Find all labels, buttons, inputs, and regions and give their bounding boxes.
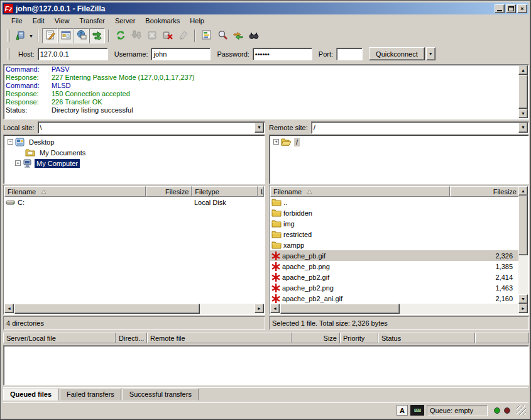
port-label: Port: xyxy=(319,50,333,58)
expand-icon[interactable]: + xyxy=(273,139,279,145)
disconnect-button[interactable] xyxy=(160,28,175,43)
file-row[interactable]: forbidden xyxy=(270,207,518,218)
scroll-left-icon[interactable]: ◄ xyxy=(4,304,14,313)
reconnect-button[interactable] xyxy=(175,28,191,43)
file-row[interactable]: apache_pb2.png 1,463 xyxy=(270,282,518,293)
tree-item-my-computer[interactable]: + My Computer xyxy=(4,158,265,169)
collapse-icon[interactable]: − xyxy=(8,139,13,145)
toggle-local-tree-button[interactable] xyxy=(58,28,74,43)
remote-site-combo[interactable]: / ▼ xyxy=(311,121,529,134)
column-header-priority[interactable]: Priority xyxy=(340,333,378,343)
remote-hscrollbar-thumb[interactable] xyxy=(280,304,400,314)
menu-file[interactable]: File xyxy=(6,16,28,26)
remote-horizontal-scrollbar[interactable]: ◄ ► xyxy=(270,304,528,314)
synchronized-browsing-button[interactable] xyxy=(230,28,246,43)
file-row[interactable]: restricted xyxy=(270,229,518,240)
filter-button[interactable] xyxy=(199,28,214,43)
tree-item-desktop[interactable]: − Desktop xyxy=(4,136,265,147)
tab-failed-transfers[interactable]: Failed transfers xyxy=(60,389,121,401)
local-site-combo-dropdown[interactable]: ▼ xyxy=(255,123,264,133)
scroll-down-icon[interactable]: ▼ xyxy=(518,109,528,118)
menu-server[interactable]: Server xyxy=(110,16,140,26)
tree-item-root[interactable]: + / xyxy=(270,136,528,147)
password-input[interactable] xyxy=(253,48,312,60)
tab-successful-transfers[interactable]: Successful transfers xyxy=(123,389,199,401)
queue-list[interactable] xyxy=(3,345,529,385)
log-scrollbar-thumb[interactable] xyxy=(518,75,528,109)
menu-view[interactable]: View xyxy=(50,16,75,26)
host-label: Host: xyxy=(18,50,35,58)
resize-grip[interactable] xyxy=(517,406,526,415)
toggle-transfer-queue-button[interactable] xyxy=(89,28,105,43)
scroll-up-icon[interactable]: ▲ xyxy=(518,65,528,75)
refresh-button[interactable] xyxy=(112,28,128,43)
local-site-combo[interactable]: \ ▼ xyxy=(38,121,265,134)
column-header-lastmodified[interactable]: L xyxy=(258,186,264,197)
column-header-remote-file[interactable]: Remote file xyxy=(147,333,292,343)
window-title: john@127.0.0.1 - FileZilla xyxy=(16,4,495,13)
file-row[interactable]: img xyxy=(270,218,518,229)
cancel-button[interactable] xyxy=(144,28,160,43)
data-type-indicator-icon[interactable]: A xyxy=(397,405,408,416)
column-header-filesize[interactable]: Filesize xyxy=(450,186,520,197)
tab-queued-files[interactable]: Queued files xyxy=(3,389,58,401)
scroll-left-icon[interactable]: ◄ xyxy=(270,304,280,313)
file-row[interactable]: apache_pb.png 1,385 xyxy=(270,261,518,272)
log-line-text: 226 Transfer OK xyxy=(52,98,102,106)
close-button[interactable]: × xyxy=(517,4,527,13)
column-header-direction[interactable]: Directi... xyxy=(116,333,147,343)
log-scrollbar[interactable]: ▲ ▼ xyxy=(518,65,528,118)
file-row[interactable]: apache_pb2_ani.gif 2,160 xyxy=(270,293,518,304)
maximize-button[interactable] xyxy=(506,4,516,13)
expand-icon[interactable]: + xyxy=(15,160,21,166)
column-header-filetype[interactable]: Filetype xyxy=(192,186,258,197)
directory-comparison-button[interactable] xyxy=(214,28,230,43)
quickconnect-dropdown[interactable]: ▼ xyxy=(426,47,435,60)
menu-edit[interactable]: Edit xyxy=(28,16,50,26)
menu-help[interactable]: Help xyxy=(185,16,209,26)
file-row[interactable]: xampp xyxy=(270,240,518,250)
scroll-up-icon[interactable]: ▲ xyxy=(518,186,528,196)
process-queue-button[interactable] xyxy=(128,28,144,43)
scroll-right-icon[interactable]: ► xyxy=(518,304,528,313)
toggle-message-log-button[interactable] xyxy=(42,28,58,43)
speed-limit-icon[interactable]: 888 xyxy=(410,405,424,416)
file-row-local-disk[interactable]: C: Local Disk xyxy=(4,197,264,207)
file-row[interactable]: apache_pb2.gif 2,414 xyxy=(270,272,518,282)
file-row[interactable]: .. xyxy=(270,197,518,207)
local-horizontal-scrollbar[interactable]: ◄ ► xyxy=(4,304,264,314)
column-header-server-local-file[interactable]: Server/Local file xyxy=(3,333,116,343)
remote-site-combo-dropdown[interactable]: ▼ xyxy=(518,123,528,133)
synchronized-browsing-icon xyxy=(233,30,244,42)
username-input[interactable] xyxy=(151,48,211,60)
tree-item-my-documents[interactable]: My Documents xyxy=(4,147,265,158)
scroll-right-icon[interactable]: ► xyxy=(255,304,264,313)
toggle-remote-tree-button[interactable] xyxy=(74,28,89,43)
quickconnect-button[interactable]: Quickconnect xyxy=(369,47,425,60)
site-manager-dropdown[interactable]: ▼ xyxy=(28,29,35,43)
remote-vscrollbar-thumb[interactable] xyxy=(518,196,528,255)
host-input[interactable] xyxy=(38,48,108,60)
local-hscrollbar-thumb[interactable] xyxy=(14,304,200,314)
menu-transfer[interactable]: Transfer xyxy=(74,16,110,26)
remote-vertical-scrollbar[interactable]: ▲ ▼ xyxy=(518,186,528,304)
column-header-status[interactable]: Status xyxy=(378,333,475,343)
column-header-filename[interactable]: Filename xyxy=(270,186,450,197)
scroll-down-icon[interactable]: ▼ xyxy=(518,294,528,304)
file-size: 2,414 xyxy=(447,274,515,281)
find-button[interactable] xyxy=(246,28,261,43)
minimize-button[interactable] xyxy=(495,4,505,13)
site-manager-button[interactable] xyxy=(12,28,28,43)
file-row-selected[interactable]: apache_pb.gif 2,326 xyxy=(270,250,518,261)
menu-bookmarks[interactable]: Bookmarks xyxy=(140,16,185,26)
tree-item-label: / xyxy=(294,138,300,146)
port-input[interactable] xyxy=(336,48,363,60)
quickconnect-grip[interactable] xyxy=(8,48,9,60)
file-size: 2,160 xyxy=(447,295,515,302)
toolbar-grip[interactable] xyxy=(8,30,9,42)
title-bar[interactable]: Fz john@127.0.0.1 - FileZilla × xyxy=(3,3,528,14)
column-header-filesize[interactable]: Filesize xyxy=(146,186,192,197)
column-header-filename[interactable]: Filename xyxy=(4,186,146,197)
queue-header: Server/Local file Directi... Remote file… xyxy=(3,333,529,345)
column-header-size[interactable]: Size xyxy=(292,333,340,343)
